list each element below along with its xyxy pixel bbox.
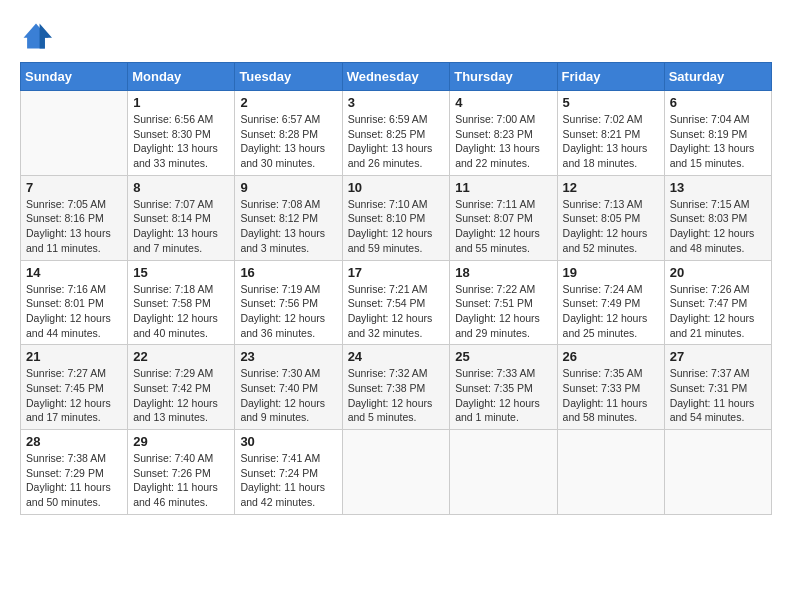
day-number: 25 (455, 349, 551, 364)
day-number: 23 (240, 349, 336, 364)
calendar-cell: 19Sunrise: 7:24 AM Sunset: 7:49 PM Dayli… (557, 260, 664, 345)
day-info: Sunrise: 7:30 AM Sunset: 7:40 PM Dayligh… (240, 366, 336, 425)
day-info: Sunrise: 7:15 AM Sunset: 8:03 PM Dayligh… (670, 197, 766, 256)
calendar-cell (342, 430, 450, 515)
header-sunday: Sunday (21, 63, 128, 91)
calendar-cell: 7Sunrise: 7:05 AM Sunset: 8:16 PM Daylig… (21, 175, 128, 260)
day-number: 27 (670, 349, 766, 364)
calendar-cell (21, 91, 128, 176)
day-number: 3 (348, 95, 445, 110)
day-info: Sunrise: 7:22 AM Sunset: 7:51 PM Dayligh… (455, 282, 551, 341)
day-number: 9 (240, 180, 336, 195)
day-info: Sunrise: 6:56 AM Sunset: 8:30 PM Dayligh… (133, 112, 229, 171)
day-number: 22 (133, 349, 229, 364)
svg-marker-1 (40, 24, 52, 49)
day-info: Sunrise: 7:18 AM Sunset: 7:58 PM Dayligh… (133, 282, 229, 341)
calendar-cell: 18Sunrise: 7:22 AM Sunset: 7:51 PM Dayli… (450, 260, 557, 345)
calendar-cell: 14Sunrise: 7:16 AM Sunset: 8:01 PM Dayli… (21, 260, 128, 345)
day-info: Sunrise: 7:05 AM Sunset: 8:16 PM Dayligh… (26, 197, 122, 256)
calendar-cell: 9Sunrise: 7:08 AM Sunset: 8:12 PM Daylig… (235, 175, 342, 260)
day-info: Sunrise: 7:11 AM Sunset: 8:07 PM Dayligh… (455, 197, 551, 256)
day-info: Sunrise: 7:08 AM Sunset: 8:12 PM Dayligh… (240, 197, 336, 256)
day-info: Sunrise: 7:41 AM Sunset: 7:24 PM Dayligh… (240, 451, 336, 510)
calendar-cell: 10Sunrise: 7:10 AM Sunset: 8:10 PM Dayli… (342, 175, 450, 260)
calendar-cell: 16Sunrise: 7:19 AM Sunset: 7:56 PM Dayli… (235, 260, 342, 345)
day-info: Sunrise: 7:24 AM Sunset: 7:49 PM Dayligh… (563, 282, 659, 341)
calendar-cell: 22Sunrise: 7:29 AM Sunset: 7:42 PM Dayli… (128, 345, 235, 430)
day-info: Sunrise: 7:16 AM Sunset: 8:01 PM Dayligh… (26, 282, 122, 341)
calendar-week-row: 1Sunrise: 6:56 AM Sunset: 8:30 PM Daylig… (21, 91, 772, 176)
day-number: 19 (563, 265, 659, 280)
calendar-cell: 25Sunrise: 7:33 AM Sunset: 7:35 PM Dayli… (450, 345, 557, 430)
header-monday: Monday (128, 63, 235, 91)
day-info: Sunrise: 7:19 AM Sunset: 7:56 PM Dayligh… (240, 282, 336, 341)
calendar-week-row: 7Sunrise: 7:05 AM Sunset: 8:16 PM Daylig… (21, 175, 772, 260)
day-info: Sunrise: 6:59 AM Sunset: 8:25 PM Dayligh… (348, 112, 445, 171)
calendar-cell: 1Sunrise: 6:56 AM Sunset: 8:30 PM Daylig… (128, 91, 235, 176)
calendar-cell (450, 430, 557, 515)
calendar-cell: 30Sunrise: 7:41 AM Sunset: 7:24 PM Dayli… (235, 430, 342, 515)
calendar-cell: 15Sunrise: 7:18 AM Sunset: 7:58 PM Dayli… (128, 260, 235, 345)
calendar-cell: 2Sunrise: 6:57 AM Sunset: 8:28 PM Daylig… (235, 91, 342, 176)
logo (20, 20, 56, 52)
day-number: 14 (26, 265, 122, 280)
calendar-week-row: 21Sunrise: 7:27 AM Sunset: 7:45 PM Dayli… (21, 345, 772, 430)
header-tuesday: Tuesday (235, 63, 342, 91)
day-number: 11 (455, 180, 551, 195)
day-number: 6 (670, 95, 766, 110)
calendar-cell: 24Sunrise: 7:32 AM Sunset: 7:38 PM Dayli… (342, 345, 450, 430)
calendar-cell: 29Sunrise: 7:40 AM Sunset: 7:26 PM Dayli… (128, 430, 235, 515)
day-info: Sunrise: 7:04 AM Sunset: 8:19 PM Dayligh… (670, 112, 766, 171)
day-number: 21 (26, 349, 122, 364)
day-number: 26 (563, 349, 659, 364)
calendar-cell: 27Sunrise: 7:37 AM Sunset: 7:31 PM Dayli… (664, 345, 771, 430)
day-info: Sunrise: 7:33 AM Sunset: 7:35 PM Dayligh… (455, 366, 551, 425)
header-saturday: Saturday (664, 63, 771, 91)
calendar-cell: 23Sunrise: 7:30 AM Sunset: 7:40 PM Dayli… (235, 345, 342, 430)
day-info: Sunrise: 7:29 AM Sunset: 7:42 PM Dayligh… (133, 366, 229, 425)
page-header (20, 20, 772, 52)
day-number: 12 (563, 180, 659, 195)
calendar-cell: 13Sunrise: 7:15 AM Sunset: 8:03 PM Dayli… (664, 175, 771, 260)
day-info: Sunrise: 7:35 AM Sunset: 7:33 PM Dayligh… (563, 366, 659, 425)
day-info: Sunrise: 7:38 AM Sunset: 7:29 PM Dayligh… (26, 451, 122, 510)
day-info: Sunrise: 7:21 AM Sunset: 7:54 PM Dayligh… (348, 282, 445, 341)
day-number: 15 (133, 265, 229, 280)
day-info: Sunrise: 7:32 AM Sunset: 7:38 PM Dayligh… (348, 366, 445, 425)
calendar-cell: 20Sunrise: 7:26 AM Sunset: 7:47 PM Dayli… (664, 260, 771, 345)
day-number: 5 (563, 95, 659, 110)
calendar-cell: 5Sunrise: 7:02 AM Sunset: 8:21 PM Daylig… (557, 91, 664, 176)
day-number: 4 (455, 95, 551, 110)
day-number: 8 (133, 180, 229, 195)
day-info: Sunrise: 7:37 AM Sunset: 7:31 PM Dayligh… (670, 366, 766, 425)
calendar-cell: 11Sunrise: 7:11 AM Sunset: 8:07 PM Dayli… (450, 175, 557, 260)
day-info: Sunrise: 7:27 AM Sunset: 7:45 PM Dayligh… (26, 366, 122, 425)
day-number: 29 (133, 434, 229, 449)
day-info: Sunrise: 7:07 AM Sunset: 8:14 PM Dayligh… (133, 197, 229, 256)
day-number: 16 (240, 265, 336, 280)
calendar-table: SundayMondayTuesdayWednesdayThursdayFrid… (20, 62, 772, 515)
day-info: Sunrise: 7:02 AM Sunset: 8:21 PM Dayligh… (563, 112, 659, 171)
calendar-cell (557, 430, 664, 515)
header-friday: Friday (557, 63, 664, 91)
calendar-cell: 3Sunrise: 6:59 AM Sunset: 8:25 PM Daylig… (342, 91, 450, 176)
day-number: 1 (133, 95, 229, 110)
day-info: Sunrise: 7:10 AM Sunset: 8:10 PM Dayligh… (348, 197, 445, 256)
day-number: 10 (348, 180, 445, 195)
calendar-cell: 26Sunrise: 7:35 AM Sunset: 7:33 PM Dayli… (557, 345, 664, 430)
calendar-week-row: 28Sunrise: 7:38 AM Sunset: 7:29 PM Dayli… (21, 430, 772, 515)
calendar-cell: 17Sunrise: 7:21 AM Sunset: 7:54 PM Dayli… (342, 260, 450, 345)
calendar-week-row: 14Sunrise: 7:16 AM Sunset: 8:01 PM Dayli… (21, 260, 772, 345)
calendar-header-row: SundayMondayTuesdayWednesdayThursdayFrid… (21, 63, 772, 91)
header-wednesday: Wednesday (342, 63, 450, 91)
day-info: Sunrise: 7:00 AM Sunset: 8:23 PM Dayligh… (455, 112, 551, 171)
logo-icon (20, 20, 52, 52)
day-info: Sunrise: 6:57 AM Sunset: 8:28 PM Dayligh… (240, 112, 336, 171)
calendar-cell: 6Sunrise: 7:04 AM Sunset: 8:19 PM Daylig… (664, 91, 771, 176)
calendar-cell: 28Sunrise: 7:38 AM Sunset: 7:29 PM Dayli… (21, 430, 128, 515)
day-number: 17 (348, 265, 445, 280)
calendar-cell: 21Sunrise: 7:27 AM Sunset: 7:45 PM Dayli… (21, 345, 128, 430)
day-number: 24 (348, 349, 445, 364)
calendar-cell: 12Sunrise: 7:13 AM Sunset: 8:05 PM Dayli… (557, 175, 664, 260)
day-number: 28 (26, 434, 122, 449)
